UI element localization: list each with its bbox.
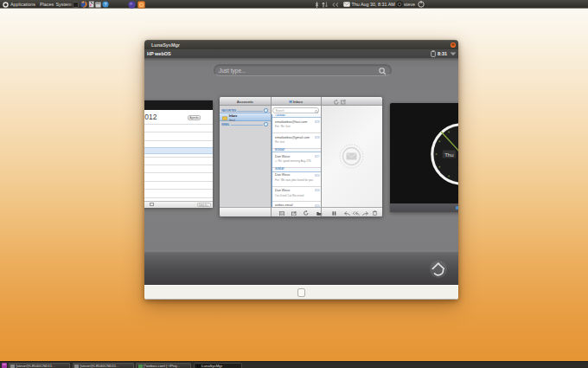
svg-text:?: ? <box>104 2 106 7</box>
svg-text:Thu: Thu <box>444 152 453 157</box>
